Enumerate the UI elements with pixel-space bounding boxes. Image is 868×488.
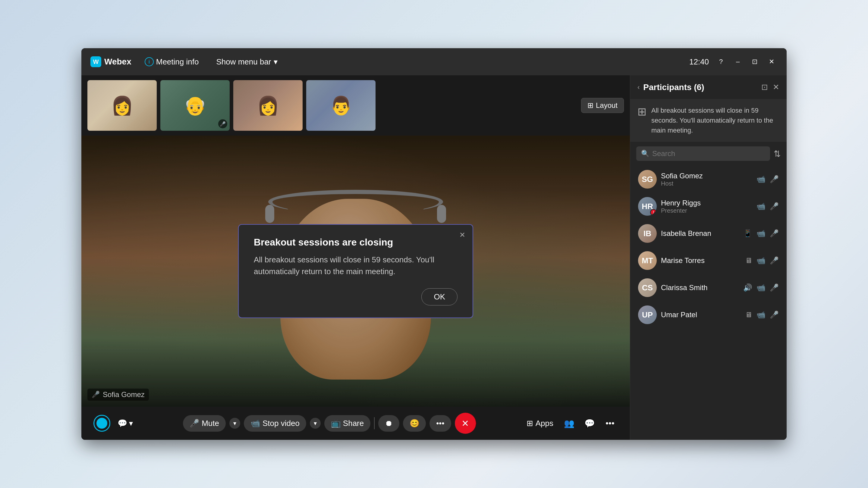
share-button[interactable]: 📺 Share [324, 415, 370, 432]
mute-button[interactable]: 🎤 Mute [183, 415, 226, 432]
thumbnail-1[interactable]: 👩 [87, 80, 157, 131]
layout-label: Layout [596, 101, 618, 110]
meeting-info-label: Meeting info [156, 57, 199, 67]
video-dropdown-button[interactable]: ▾ [310, 418, 321, 429]
participant-item[interactable]: HR ! Henry Riggs Presenter 📹 🎤 [635, 193, 782, 220]
main-video: 🎤 Sofia Gomez ✕ Breakout sessions are cl… [82, 135, 630, 407]
chat-icon: 💬 [118, 419, 127, 428]
participant-info-isabella: Isabella Brenan [661, 229, 739, 238]
participant-item[interactable]: IB Isabella Brenan 📱 📹 🎤 [635, 220, 782, 247]
thumbnail-4[interactable]: 👨 [306, 80, 375, 131]
dialog-close-button[interactable]: ✕ [457, 230, 468, 240]
search-input-wrap: 🔍 [636, 147, 770, 161]
camera-icon: 📹 [756, 175, 766, 184]
mic-icon-active: 🎤 [770, 175, 779, 184]
status-indicator[interactable] [93, 415, 110, 432]
divider-1 [374, 417, 375, 429]
show-menu-label: Show menu bar [216, 57, 271, 67]
share-icon: 📺 [331, 419, 341, 428]
search-input[interactable] [652, 150, 765, 158]
panel-icons: ⊡ ✕ [761, 83, 779, 92]
dialog-footer: OK [254, 288, 458, 305]
control-bar-right: ⊞ Apps 👥 💬 ••• [524, 415, 618, 431]
reactions-button[interactable]: 😊 [403, 415, 426, 432]
help-button[interactable]: ? [715, 56, 727, 68]
apps-label: Apps [535, 419, 553, 428]
screen-icon: 🖥 [745, 311, 752, 319]
dialog-body: All breakout sessions will close in 59 s… [254, 254, 458, 278]
chat-dropdown-icon: ▾ [129, 419, 133, 428]
show-menu-button[interactable]: Show menu bar ▾ [212, 55, 281, 69]
participant-item[interactable]: MT Marise Torres 🖥 📹 🎤 [635, 247, 782, 274]
participant-controls-isabella: 📱 📹 🎤 [743, 229, 779, 238]
participant-name: Marise Torres [661, 256, 741, 265]
participant-info-henry: Henry Riggs Presenter [661, 199, 752, 214]
breakout-dialog: ✕ Breakout sessions are closing All brea… [238, 224, 473, 318]
avatar-henry: HR ! [638, 197, 657, 216]
mic-icon-muted: 🎤 [770, 284, 779, 292]
ok-button[interactable]: OK [421, 288, 458, 305]
end-call-button[interactable]: ✕ [455, 413, 476, 434]
minimize-icon: – [736, 58, 740, 66]
sort-button[interactable]: ⇅ [774, 149, 781, 159]
thumbnail-3[interactable]: 👩 [233, 80, 303, 131]
more-right-icon: ••• [606, 418, 614, 428]
layout-button[interactable]: ⊞ Layout [581, 98, 624, 113]
chat-button-right[interactable]: 💬 [582, 415, 597, 431]
end-call-icon: ✕ [461, 418, 469, 429]
title-bar-left: W Webex i Meeting info Show menu bar ▾ [90, 55, 282, 69]
control-bar-center: 🎤 Mute ▾ 📹 Stop video ▾ 📺 Share [140, 413, 519, 434]
panel-title: Participants (6) [643, 83, 758, 92]
search-icon: 🔍 [641, 150, 649, 158]
audio-icon: 🔊 [743, 284, 752, 292]
app-window: W Webex i Meeting info Show menu bar ▾ 1… [82, 48, 786, 440]
participant-controls-sofia: 📹 🎤 [756, 175, 779, 184]
meeting-info-button[interactable]: i Meeting info [141, 55, 203, 69]
apps-button[interactable]: ⊞ Apps [524, 416, 556, 431]
search-bar: 🔍 ⇅ [630, 141, 786, 166]
help-icon: ? [719, 58, 723, 66]
more-button[interactable]: ••• [430, 415, 451, 432]
participant-info-clarissa: Clarissa Smith [661, 284, 739, 292]
participant-item[interactable]: CS Clarissa Smith 🔊 📹 🎤 [635, 274, 782, 301]
avatar-isabella: IB [638, 224, 657, 243]
minimize-button[interactable]: – [732, 56, 744, 68]
record-button[interactable]: ⏺ [378, 415, 399, 432]
panel-popout-button[interactable]: ⊡ [761, 83, 768, 92]
thumbnail-2[interactable]: 👴 🎤 [160, 80, 230, 131]
avatar-umar: UP [638, 305, 657, 324]
maximize-button[interactable]: ⊡ [749, 56, 761, 68]
chat-right-icon: 💬 [584, 418, 595, 428]
thumbnail-strip: 👩 👴 🎤 👩 👨 ⊞ Layout [82, 75, 630, 135]
camera-icon: 📹 [756, 284, 766, 292]
panel-header: ‹ Participants (6) ⊡ ✕ [630, 75, 786, 99]
dialog-overlay: ✕ Breakout sessions are closing All brea… [82, 135, 630, 407]
mic-icon-muted: 🎤 [770, 202, 779, 210]
participant-controls-umar: 🖥 📹 🎤 [745, 311, 779, 319]
control-bar: 💬 ▾ 🎤 Mute ▾ 📹 Stop video ▾ [82, 407, 630, 440]
breakout-text: All breakout sessions will close in 59 s… [651, 105, 779, 135]
participant-item[interactable]: SG Sofia Gomez Host 📹 🎤 [635, 166, 782, 193]
presenter-badge: ! [650, 209, 657, 216]
share-label: Share [343, 419, 364, 428]
participant-item[interactable]: UP Umar Patel 🖥 📹 🎤 [635, 301, 782, 328]
dialog-close-icon: ✕ [459, 231, 465, 239]
participant-name: Henry Riggs [661, 199, 752, 207]
close-button[interactable]: ✕ [766, 56, 778, 68]
avatar-sofia: SG [638, 170, 657, 189]
panel-close-button[interactable]: ✕ [773, 83, 779, 92]
participants-button[interactable]: 👥 [561, 415, 577, 431]
mute-icon: 🎤 [190, 419, 199, 428]
more-icon: ••• [436, 419, 444, 428]
chat-button-left[interactable]: 💬 ▾ [115, 416, 135, 430]
emoji-icon: 😊 [410, 419, 419, 428]
phone-icon: 📱 [743, 229, 752, 238]
participant-info-sofia: Sofia Gomez Host [661, 172, 752, 187]
more-right-button[interactable]: ••• [602, 415, 618, 431]
person-silhouette-3: 👩 [233, 80, 303, 131]
stop-video-button[interactable]: 📹 Stop video [244, 415, 306, 432]
close-icon: ✕ [769, 58, 774, 66]
video-icon: 📹 [250, 419, 260, 428]
mute-dropdown-button[interactable]: ▾ [229, 418, 240, 429]
panel-chevron-icon[interactable]: ‹ [638, 84, 640, 91]
